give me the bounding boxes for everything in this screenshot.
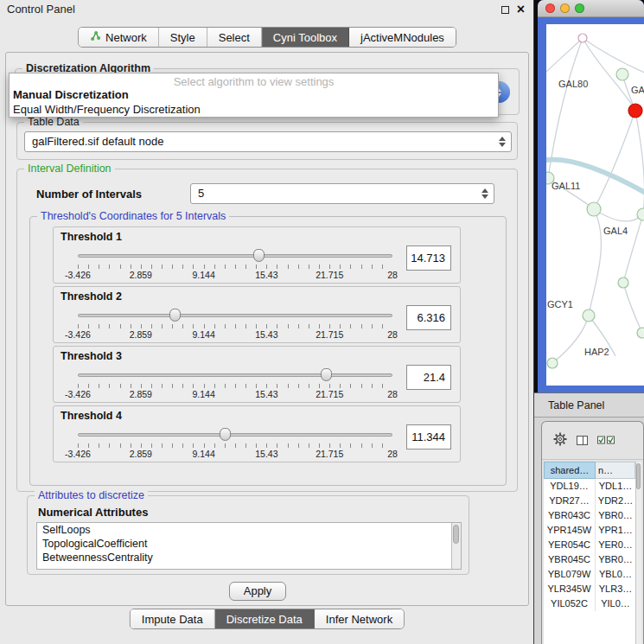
threshold-value-field[interactable]: 21.4 bbox=[406, 365, 451, 390]
network-node[interactable] bbox=[547, 358, 558, 368]
numerical-attributes-list[interactable]: SelfLoopsTopologicalCoefficientBetweenne… bbox=[36, 522, 462, 570]
network-edge[interactable] bbox=[552, 316, 589, 363]
threshold-value-field[interactable]: 6.316 bbox=[406, 305, 451, 330]
tab-network[interactable]: Network bbox=[79, 28, 159, 47]
node-label: GAL11 bbox=[552, 181, 580, 191]
slider-track[interactable] bbox=[78, 373, 392, 377]
table-row[interactable]: YBL079WYBL0… bbox=[544, 567, 635, 582]
tab-label: Style bbox=[170, 31, 195, 44]
apply-button[interactable]: Apply bbox=[229, 582, 286, 601]
network-node[interactable] bbox=[618, 277, 628, 288]
table-row[interactable]: YLR345WYLR3… bbox=[544, 582, 635, 596]
network-edge[interactable] bbox=[635, 111, 644, 214]
table-row[interactable]: YPR145WYPR1… bbox=[544, 523, 635, 538]
network-node[interactable] bbox=[637, 208, 644, 220]
network-node[interactable] bbox=[578, 34, 587, 42]
scale-tick-label: 2.859 bbox=[130, 389, 152, 399]
network-canvas[interactable]: GAL80GAGAL11GAL4GCY1HAP2 bbox=[546, 24, 644, 386]
threshold-slider[interactable] bbox=[78, 368, 392, 382]
threshold-label: Threshold 4 bbox=[61, 410, 122, 422]
interval-definition-group: Interval Definition Number of Intervals … bbox=[16, 169, 518, 492]
slider-track[interactable] bbox=[78, 433, 392, 437]
column-header-shared[interactable]: shared… bbox=[544, 462, 596, 479]
network-node[interactable] bbox=[587, 202, 601, 216]
threshold-slider[interactable] bbox=[78, 249, 392, 263]
zoom-traffic-light-icon[interactable] bbox=[575, 3, 584, 13]
cell-name: YDL1… bbox=[596, 479, 635, 494]
slider-ticks bbox=[78, 384, 392, 388]
network-edge[interactable] bbox=[589, 209, 601, 316]
table-data-combobox[interactable]: galFiltered.sif default node bbox=[24, 131, 512, 152]
tab-cyni-toolbox[interactable]: Cyni Toolbox bbox=[262, 28, 349, 47]
bottom-tab-impute-data[interactable]: Impute Data bbox=[131, 609, 215, 628]
scale-tick-label: 28 bbox=[387, 449, 398, 459]
bottom-tab-discretize-data[interactable]: Discretize Data bbox=[215, 609, 315, 628]
tab-jactivemnodules[interactable]: jActiveMNodules bbox=[349, 28, 456, 47]
column-header-n[interactable]: n… bbox=[596, 462, 635, 479]
cell-shared-name: YBR043C bbox=[544, 508, 596, 523]
network-node[interactable] bbox=[583, 309, 595, 322]
slider-thumb[interactable] bbox=[321, 368, 332, 381]
bottom-tab-infer-network[interactable]: Infer Network bbox=[315, 609, 404, 628]
scale-tick-label: 15.43 bbox=[255, 329, 277, 340]
tab-select[interactable]: Select bbox=[207, 28, 262, 47]
tab-style[interactable]: Style bbox=[159, 28, 207, 47]
slider-ticks bbox=[78, 265, 392, 269]
select-columns-icon[interactable] bbox=[597, 433, 615, 449]
combobox-stepper-icon[interactable] bbox=[499, 137, 506, 147]
table-row[interactable]: YBR045CYBR0… bbox=[544, 552, 635, 567]
algorithm-option-equal-width-frequency-discretization[interactable]: Equal Width/Frequency Discretization bbox=[10, 102, 498, 117]
minimize-traffic-light-icon[interactable] bbox=[560, 3, 570, 13]
cell-shared-name: YIL052C bbox=[544, 596, 596, 611]
slider-thumb[interactable] bbox=[169, 309, 181, 322]
table-row[interactable]: YBR043CYBR0… bbox=[544, 508, 635, 523]
network-graph[interactable]: GAL80GAGAL11GAL4GCY1HAP2 bbox=[546, 24, 644, 386]
scrollbar-thumb[interactable] bbox=[453, 525, 459, 544]
close-icon[interactable]: × bbox=[517, 3, 525, 16]
table-row[interactable]: YER054CYER0… bbox=[544, 538, 635, 552]
tab-label: Infer Network bbox=[326, 613, 392, 626]
table-row[interactable]: YDR27…YDR2… bbox=[544, 494, 635, 508]
attribute-item-selfloops[interactable]: SelfLoops bbox=[37, 523, 461, 537]
attribute-item-betweennesscentrality[interactable]: BetweennessCentrality bbox=[37, 551, 461, 564]
network-edge[interactable] bbox=[594, 209, 643, 221]
attribute-item-topologicalcoefficient[interactable]: TopologicalCoefficient bbox=[37, 537, 461, 551]
scale-tick-label: 21.715 bbox=[316, 389, 343, 399]
slider-track[interactable] bbox=[78, 314, 392, 317]
attributes-scrollbar[interactable] bbox=[451, 523, 461, 569]
threshold-slider[interactable] bbox=[78, 428, 392, 442]
network-edge[interactable] bbox=[546, 38, 583, 76]
scrollbar-thumb[interactable] bbox=[636, 463, 641, 489]
slider-track[interactable] bbox=[78, 254, 392, 258]
table-row[interactable]: YDL19…YDL1… bbox=[544, 479, 635, 494]
network-edge[interactable] bbox=[623, 214, 643, 283]
network-node[interactable] bbox=[616, 68, 628, 80]
table-row[interactable]: YIL052CYIL0… bbox=[544, 596, 635, 611]
threshold-box: Threshold 2-3.4262.8599.14415.4321.71528… bbox=[53, 286, 461, 343]
cell-name: YDR2… bbox=[596, 494, 635, 508]
cell-name: YLR3… bbox=[596, 582, 635, 596]
columns-icon[interactable] bbox=[577, 436, 588, 445]
slider-thumb[interactable] bbox=[253, 249, 265, 262]
threshold-label: Threshold 3 bbox=[61, 350, 122, 362]
numerical-attributes-label: Numerical Attributes bbox=[38, 506, 148, 519]
network-node[interactable] bbox=[637, 328, 644, 338]
combobox-stepper-icon[interactable] bbox=[481, 188, 488, 199]
interval-definition-label: Interval Definition bbox=[24, 163, 115, 175]
close-traffic-light-icon[interactable] bbox=[545, 3, 555, 13]
threshold-slider[interactable] bbox=[78, 309, 392, 322]
gear-icon[interactable] bbox=[553, 432, 567, 450]
table-scrollbar[interactable] bbox=[635, 462, 641, 644]
network-node[interactable] bbox=[628, 104, 642, 118]
algorithm-option-manual-discretization[interactable]: Manual Discretization bbox=[10, 87, 498, 102]
node-table[interactable]: shared…n… YDL19…YDL1…YDR27…YDR2…YBR043CY… bbox=[544, 462, 635, 644]
network-edge[interactable] bbox=[583, 38, 644, 74]
network-edge[interactable] bbox=[623, 283, 642, 333]
slider-thumb[interactable] bbox=[220, 428, 231, 441]
network-edge[interactable] bbox=[594, 111, 635, 209]
threshold-value-field[interactable]: 14.713 bbox=[406, 245, 451, 271]
network-window-titlebar[interactable] bbox=[538, 0, 644, 17]
threshold-value-field[interactable]: 11.344 bbox=[406, 424, 451, 450]
float-window-icon[interactable] bbox=[501, 6, 509, 14]
number-of-intervals-combobox[interactable]: 5 bbox=[190, 183, 494, 204]
